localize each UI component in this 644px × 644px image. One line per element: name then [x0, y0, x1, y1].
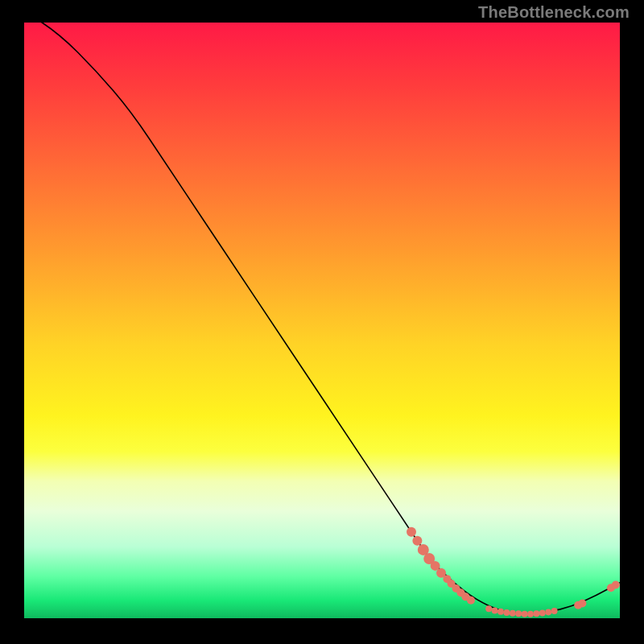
data-dot [551, 608, 558, 614]
chart-overlay-svg [24, 23, 620, 618]
data-dot [485, 605, 492, 612]
data-dot [539, 609, 546, 616]
data-dot [492, 607, 498, 613]
data-dot [407, 527, 416, 537]
data-dot [497, 609, 504, 615]
chart-stage: TheBottleneck.com [0, 0, 644, 644]
data-dot [412, 536, 422, 546]
data-dot [467, 597, 475, 605]
data-dot [527, 611, 534, 617]
data-dot [503, 609, 510, 616]
data-dot [545, 609, 551, 615]
data-dot [612, 581, 620, 589]
watermark-text: TheBottleneck.com [478, 3, 630, 22]
data-dot [533, 610, 539, 617]
data-dot [510, 610, 516, 617]
data-dot [578, 600, 586, 608]
data-dot [515, 610, 522, 617]
data-dot [522, 611, 528, 617]
data-dots-layer [407, 527, 620, 617]
bottleneck-curve [24, 10, 620, 613]
